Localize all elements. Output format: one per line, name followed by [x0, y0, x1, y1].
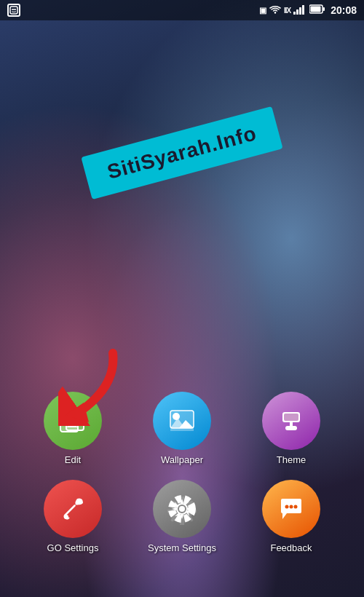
svg-rect-6 — [296, 9, 298, 15]
sim-icon: ▣ — [259, 6, 266, 15]
app-icon-theme — [262, 392, 320, 450]
svg-point-4 — [274, 12, 276, 13]
svg-rect-10 — [323, 7, 325, 11]
battery-icon — [309, 4, 325, 16]
app-icon-wallpaper — [153, 392, 211, 450]
svg-point-29 — [64, 515, 68, 519]
status-right-icons: ▣ IIX — [259, 4, 357, 17]
wifi-icon — [269, 5, 281, 16]
svg-rect-8 — [302, 5, 304, 15]
status-bar: ▣ IIX — [0, 0, 364, 20]
app-icon-feedback — [262, 480, 320, 538]
app-label-gosettings: GO Settings — [47, 542, 99, 553]
svg-point-2 — [13, 9, 15, 10]
data-icon: IIX — [284, 7, 290, 15]
arrow-indicator — [58, 346, 131, 426]
app-item-wallpaper[interactable]: Wallpaper — [131, 392, 233, 465]
svg-point-33 — [179, 506, 185, 512]
app-grid: Edit Wallpaper — [0, 392, 364, 553]
svg-rect-26 — [284, 414, 298, 421]
app-label-edit: Edit — [65, 454, 81, 465]
app-item-theme[interactable]: Theme — [240, 392, 342, 465]
status-left-icons — [7, 4, 20, 17]
app-item-feedback[interactable]: Feedback — [240, 480, 342, 553]
svg-rect-27 — [290, 422, 293, 426]
app-label-feedback: Feedback — [270, 542, 312, 553]
svg-point-34 — [285, 505, 289, 509]
svg-rect-24 — [170, 428, 194, 431]
svg-point-1 — [12, 9, 13, 10]
app-label-syssettings: System Settings — [148, 542, 216, 553]
app-item-syssettings[interactable]: System Settings — [131, 480, 233, 553]
svg-rect-11 — [311, 7, 321, 12]
svg-point-21 — [173, 413, 180, 420]
svg-point-36 — [294, 505, 298, 509]
bbm-icon — [7, 4, 20, 17]
svg-point-35 — [290, 505, 293, 509]
signal-icon — [293, 4, 306, 17]
app-label-theme: Theme — [277, 454, 306, 465]
svg-rect-5 — [293, 12, 296, 15]
svg-rect-7 — [299, 7, 301, 15]
app-item-gosettings[interactable]: GO Settings — [22, 480, 124, 553]
status-time: 20:08 — [331, 4, 357, 16]
svg-rect-28 — [285, 426, 297, 430]
app-icon-gosettings — [44, 480, 102, 538]
app-label-wallpaper: Wallpaper — [161, 454, 203, 465]
app-icon-syssettings — [153, 480, 211, 538]
svg-point-3 — [15, 9, 16, 10]
